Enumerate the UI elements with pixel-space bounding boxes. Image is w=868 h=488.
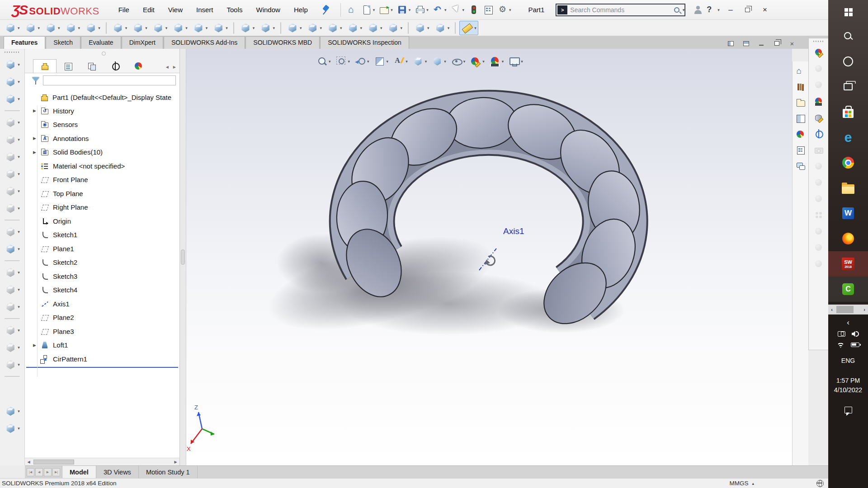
rebuild-button[interactable]: ▾ bbox=[467, 4, 481, 16]
open-button[interactable]: ▾ bbox=[377, 4, 395, 16]
scroll-right-icon[interactable]: ▶ bbox=[173, 65, 176, 69]
file-explorer-tab[interactable] bbox=[794, 97, 807, 108]
target-point-icon[interactable] bbox=[811, 127, 826, 141]
taskbar-chrome-icon[interactable] bbox=[828, 150, 868, 175]
dropdown-caret-icon[interactable]: ▾ bbox=[373, 8, 375, 12]
solidworks-resources-tab[interactable] bbox=[794, 65, 807, 77]
tree-item-sketch3[interactable]: ▶ Sketch3 bbox=[25, 269, 179, 283]
preview-window-icon[interactable] bbox=[811, 176, 826, 189]
dropdown-caret-icon[interactable]: ▾ bbox=[58, 26, 60, 30]
extruded-cut-icon[interactable]: ▾ bbox=[3, 115, 22, 130]
tree-item-sketch1[interactable]: ▶ Sketch1 bbox=[25, 228, 179, 242]
shell-icon[interactable]: ▾ bbox=[3, 300, 22, 314]
cast-icon[interactable] bbox=[838, 331, 845, 337]
dropdown-caret-icon[interactable]: ▾ bbox=[165, 26, 168, 30]
dropdown-caret-icon[interactable]: ▾ bbox=[444, 59, 446, 64]
dropdown-caret-icon[interactable]: ▾ bbox=[185, 26, 188, 30]
menu-item[interactable]: Tools bbox=[222, 3, 248, 16]
scroll-left-icon[interactable]: ‹ bbox=[828, 307, 835, 312]
dropdown-caret-icon[interactable]: ▾ bbox=[427, 26, 429, 30]
extruded-cut-icon[interactable]: ▾ bbox=[110, 21, 129, 35]
dropdown-caret-icon[interactable]: ▾ bbox=[401, 26, 403, 30]
taskbar-edge-icon[interactable]: e bbox=[828, 125, 868, 150]
dropdown-caret-icon[interactable]: ▾ bbox=[18, 230, 20, 234]
annotation-visibility-button[interactable]: ▾ bbox=[392, 55, 409, 68]
taskbar-file-explorer-icon[interactable] bbox=[828, 175, 868, 201]
extruded-boss-icon[interactable]: ▾ bbox=[3, 21, 22, 35]
dropdown-caret-icon[interactable]: ▾ bbox=[18, 305, 20, 309]
tree-item-plane3[interactable]: ▶ Plane3 bbox=[25, 324, 179, 338]
extruded-boss-icon[interactable]: ▾ bbox=[3, 75, 22, 89]
swept-boss-icon[interactable]: ▾ bbox=[43, 21, 62, 35]
solidworks-forum-tab[interactable] bbox=[794, 160, 807, 172]
tab-solidworks-inspection[interactable]: SOLIDWORKS Inspection bbox=[320, 36, 409, 49]
appearances-scenes-tab[interactable] bbox=[794, 128, 807, 140]
schedule-render-icon[interactable] bbox=[811, 241, 826, 254]
new-document-button[interactable]: ▾ bbox=[360, 4, 377, 16]
tree-item-cirpattern1[interactable]: ▶ CirPattern1 bbox=[25, 352, 179, 366]
linear-pattern-icon[interactable]: ▾ bbox=[258, 21, 277, 35]
action-center-icon[interactable] bbox=[844, 407, 852, 413]
dropdown-caret-icon[interactable]: ▾ bbox=[18, 206, 20, 211]
dropdown-caret-icon[interactable]: ▾ bbox=[18, 26, 20, 30]
filter-funnel-icon[interactable] bbox=[31, 76, 40, 85]
previous-tab-button[interactable]: ◀ bbox=[35, 468, 43, 476]
dropdown-caret-icon[interactable]: ▾ bbox=[329, 59, 331, 64]
file-properties-button[interactable]: ▾ bbox=[481, 4, 495, 16]
battery-icon[interactable] bbox=[851, 343, 859, 347]
taskbar-cortana-icon[interactable] bbox=[828, 49, 868, 74]
dropdown-caret-icon[interactable]: ▾ bbox=[18, 247, 20, 251]
dropdown-caret-icon[interactable]: ▾ bbox=[18, 270, 20, 275]
draft-icon[interactable]: ▾ bbox=[3, 282, 22, 297]
dropdown-caret-icon[interactable]: ▾ bbox=[521, 59, 523, 64]
units-caret-icon[interactable]: ▴ bbox=[752, 481, 754, 486]
clock-date[interactable]: 4/10/2022 bbox=[834, 385, 862, 395]
panel-splitter[interactable] bbox=[180, 49, 186, 465]
dropdown-caret-icon[interactable]: ▾ bbox=[18, 155, 20, 159]
camera-icon[interactable] bbox=[811, 143, 826, 157]
view-palette-tab[interactable] bbox=[794, 113, 807, 124]
dropdown-caret-icon[interactable]: ▾ bbox=[509, 8, 511, 12]
tree-item-front-plane[interactable]: ▶ Front Plane bbox=[25, 173, 179, 187]
pane-split-horizontal-button[interactable] bbox=[726, 40, 735, 47]
intersect-icon[interactable]: ▾ bbox=[3, 357, 22, 372]
doc-tab-motion-study-1[interactable]: Motion Study 1 bbox=[139, 466, 198, 478]
dropdown-caret-icon[interactable]: ▾ bbox=[444, 8, 447, 12]
scrollbar-thumb[interactable] bbox=[836, 306, 854, 313]
lofted-boss-icon[interactable]: ▾ bbox=[3, 92, 22, 106]
search-input[interactable]: Search Commands bbox=[570, 6, 674, 14]
render-region-icon[interactable] bbox=[811, 208, 826, 222]
restore-button[interactable] bbox=[741, 5, 754, 15]
next-tab-button[interactable]: ▶ bbox=[44, 468, 52, 476]
splitter-handle[interactable] bbox=[181, 249, 185, 265]
hidden-icons-chevron[interactable]: ‹ bbox=[847, 318, 849, 327]
revolved-cut-icon[interactable]: ▾ bbox=[151, 21, 170, 35]
photoview-options-icon[interactable] bbox=[811, 225, 826, 238]
boundary-cut-icon[interactable]: ▾ bbox=[211, 21, 230, 35]
dropdown-caret-icon[interactable]: ▾ bbox=[502, 59, 504, 64]
tree-item-sketch4[interactable]: ▶ Sketch4 bbox=[25, 283, 179, 297]
login-user-icon[interactable] bbox=[694, 6, 702, 14]
propertymanager-tab[interactable] bbox=[57, 59, 80, 73]
rollback-bar[interactable] bbox=[26, 367, 178, 368]
hole-wizard-icon[interactable]: ▾ bbox=[3, 132, 22, 147]
curves-icon[interactable]: ▾ bbox=[433, 21, 452, 35]
home-button[interactable]: ▾ bbox=[345, 4, 359, 16]
menu-item[interactable]: Edit bbox=[137, 3, 160, 16]
print-button[interactable]: ▾ bbox=[413, 4, 430, 16]
tree-horizontal-scrollbar[interactable]: ◀ ▶ bbox=[25, 458, 179, 465]
intersect-icon[interactable]: ▾ bbox=[365, 21, 384, 35]
menu-item[interactable]: File bbox=[113, 3, 135, 16]
save-button[interactable]: ▾ bbox=[396, 4, 413, 16]
dropdown-caret-icon[interactable]: ▾ bbox=[462, 8, 464, 12]
doc-restore-button[interactable] bbox=[772, 40, 781, 47]
tree-root-part1[interactable]: Part1 (Default<<Default>_Display State bbox=[25, 90, 179, 104]
tab-solidworks-add-ins[interactable]: SOLIDWORKS Add-Ins bbox=[164, 36, 245, 49]
instant3d-icon[interactable]: ▾ bbox=[459, 21, 478, 35]
hole-wizard-icon[interactable]: ▾ bbox=[130, 21, 149, 35]
last-tab-button[interactable]: ▶| bbox=[52, 468, 60, 476]
dropdown-caret-icon[interactable]: ▾ bbox=[18, 80, 20, 84]
dropdown-caret-icon[interactable]: ▾ bbox=[360, 26, 363, 30]
tree-item-annotations[interactable]: ▶ A Annotations bbox=[25, 131, 179, 145]
dropdown-caret-icon[interactable]: ▾ bbox=[18, 137, 20, 142]
